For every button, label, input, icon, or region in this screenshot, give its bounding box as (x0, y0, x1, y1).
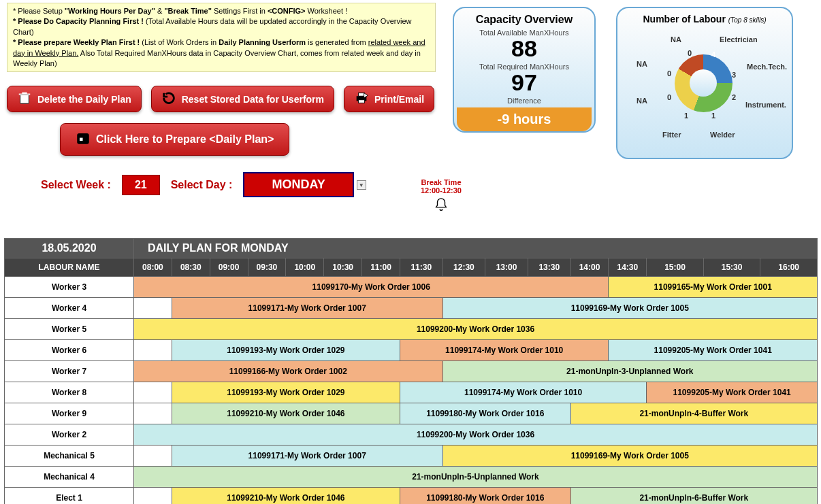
pie-chart: NA NA NA Electrician Mech.Tech. Instrume… (623, 29, 786, 144)
svg-rect-7 (80, 137, 84, 141)
delete-plan-button[interactable]: Delete the Daily Plan (7, 86, 142, 112)
capacity-title: Capacity Overview (457, 14, 592, 26)
task-bar[interactable]: 21-monUnpln-6-Buffer Work (570, 488, 817, 504)
task-bar[interactable]: 11099200-My Work Order 1036 (134, 319, 818, 340)
task-bar[interactable]: 11099193-My Work Order 1029 (172, 382, 400, 403)
labour-chart-card: Number of Labour (Top 8 skills) NA NA NA… (616, 7, 793, 159)
pie-label: Electrician (720, 35, 758, 44)
t: * Please prepare Weekly Plan First ! (13, 38, 140, 46)
task-bar[interactable]: 11099193-My Work Order 1029 (172, 340, 400, 361)
week-value[interactable]: 21 (122, 175, 160, 195)
task-bar[interactable]: 11099170-My Work Order 1006 (134, 277, 609, 298)
time-header: 15:00 (647, 258, 704, 277)
labour-name-cell: Mechanical 5 (5, 446, 134, 467)
task-bar[interactable]: 21-monUnpln-5-Unplanned Work (134, 467, 818, 488)
time-header: 13:00 (485, 258, 528, 277)
time-header: 11:30 (400, 258, 442, 277)
prepare-plan-button[interactable]: Click Here to Prepare <Daily Plan> (60, 123, 289, 156)
print-email-button[interactable]: Print/Email (344, 86, 434, 112)
refresh-icon (161, 90, 176, 107)
t: Daily Planning Userform (219, 38, 306, 46)
time-header: 15:30 (703, 258, 760, 277)
calendar-icon (76, 131, 91, 148)
task-bar[interactable]: 11099174-My Work Order 1010 (400, 340, 609, 361)
labour-name-cell: Worker 5 (5, 319, 134, 340)
labour-name-cell: Worker 8 (5, 382, 134, 403)
svg-rect-5 (358, 100, 364, 103)
empty-cell (134, 446, 172, 467)
pie-val: 3 (732, 71, 736, 79)
req-value: 97 (457, 71, 592, 94)
pie-label: NA (637, 97, 647, 105)
plan-title: DAILY PLAN FOR MONDAY (134, 239, 818, 258)
t: is generated from (308, 38, 368, 46)
labour-title: Number of Labour (Top 8 skills) (623, 14, 786, 24)
pie-val: 0 (688, 49, 692, 57)
task-bar[interactable]: 11099169-My Work Order 1005 (442, 446, 817, 467)
task-bar[interactable]: 11099169-My Work Order 1005 (442, 298, 817, 319)
svg-rect-0 (20, 95, 29, 104)
t: <CONFIG> (268, 7, 306, 15)
time-header: 14:00 (570, 258, 609, 277)
pie-icon (675, 54, 733, 112)
time-header: 08:00 (134, 258, 172, 277)
task-bar[interactable]: 11099174-My Work Order 1010 (400, 382, 646, 403)
t: Worksheet ! (308, 7, 348, 15)
empty-cell (134, 298, 172, 319)
avail-value: 88 (457, 37, 592, 60)
break-title: Break Time (421, 178, 462, 186)
daily-plan-gantt: 18.05.2020 DAILY PLAN FOR MONDAY LABOUR … (4, 238, 818, 504)
empty-cell (134, 488, 172, 504)
trash-icon (17, 90, 32, 107)
chevron-down-icon[interactable]: ▼ (357, 180, 366, 190)
task-bar[interactable]: 11099180-My Work Order 1016 (400, 403, 570, 424)
label: Reset Stored Data for Userform (182, 94, 324, 105)
t: Number of Labour (643, 14, 726, 24)
time-header: 09:00 (210, 258, 248, 277)
setup-notice: * Please Setup "Working Hours Per Day" &… (7, 3, 436, 72)
pie-label: Fitter (662, 131, 681, 139)
day-dropdown[interactable]: MONDAY ▼ (243, 172, 353, 197)
empty-cell (134, 403, 172, 424)
labour-header: LABOUR NAME (5, 258, 134, 277)
labour-name-cell: Elect 1 (5, 488, 134, 504)
time-header: 09:30 (248, 258, 286, 277)
task-bar[interactable]: 11099205-My Work Order 1041 (609, 340, 818, 361)
pie-label: Mech.Tech. (747, 63, 787, 71)
label: Print/Email (374, 94, 424, 105)
task-bar[interactable]: 21-monUnpln-3-Unplanned Work (442, 361, 817, 382)
label: Delete the Daily Plan (37, 94, 131, 105)
label: Click Here to Prepare <Daily Plan> (96, 133, 274, 146)
printer-icon (354, 90, 369, 107)
reset-data-button[interactable]: Reset Stored Data for Userform (151, 86, 334, 112)
svg-rect-4 (358, 93, 364, 97)
task-bar[interactable]: 11099210-My Work Order 1046 (172, 488, 400, 504)
task-bar[interactable]: 11099171-My Work Order 1007 (172, 298, 442, 319)
task-bar[interactable]: 11099180-My Work Order 1016 (400, 488, 570, 504)
time-header: 14:30 (609, 258, 647, 277)
capacity-overview-card: Capacity Overview Total Available ManXHo… (453, 7, 596, 133)
pie-val: 0 (667, 69, 671, 78)
task-bar[interactable]: 11099165-My Work Order 1001 (609, 277, 818, 298)
svg-rect-2 (19, 94, 31, 95)
task-bar[interactable]: 21-monUnpln-4-Buffer Work (570, 403, 817, 424)
labour-name-cell: Worker 4 (5, 298, 134, 319)
t: "Working Hours Per Day" (65, 7, 155, 15)
task-bar[interactable]: 11099166-My Work Order 1002 (134, 361, 443, 382)
task-bar[interactable]: 11099210-My Work Order 1046 (172, 403, 400, 424)
labour-name-cell: Worker 6 (5, 340, 134, 361)
t: "Break Time" (164, 7, 212, 15)
task-bar[interactable]: 11099205-My Work Order 1041 (647, 382, 818, 403)
time-header: 12:30 (442, 258, 485, 277)
pie-val: 0 (667, 93, 671, 101)
time-header: 10:30 (324, 258, 362, 277)
task-bar[interactable]: 11099171-My Work Order 1007 (172, 446, 442, 467)
labour-name-cell: Worker 9 (5, 403, 134, 424)
time-header: 08:30 (172, 258, 210, 277)
pie-label: NA (637, 60, 647, 68)
pie-val: 4 (711, 50, 715, 58)
diff-label: Difference (457, 97, 592, 105)
task-bar[interactable]: 11099200-My Work Order 1036 (134, 424, 818, 446)
day-value: MONDAY (272, 178, 325, 191)
pie-label: Welder (710, 131, 735, 139)
